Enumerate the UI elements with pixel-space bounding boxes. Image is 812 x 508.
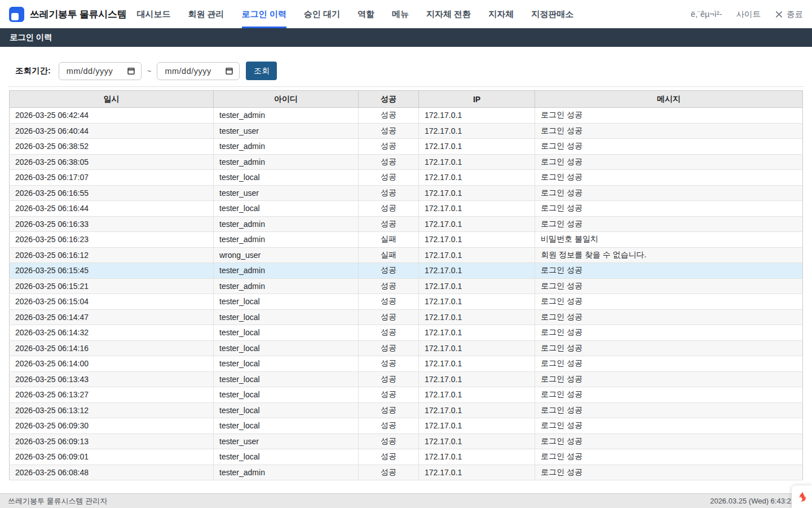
table-cell: 172.17.0.1 [419,418,535,434]
table-row[interactable]: 2026-03-25 06:13:12tester_local성공172.17.… [10,402,803,418]
table-cell: 172.17.0.1 [419,201,535,217]
footer-datetime: 2026.03.25 (Wed) 6:43:21 [710,497,795,505]
table-cell: 로그인 성공 [535,170,803,186]
table-row[interactable]: 2026-03-25 06:38:05tester_admin성공172.17.… [10,154,803,170]
table-cell: 성공 [359,108,419,124]
table-cell: tester_local [214,356,359,372]
table-cell: 172.17.0.1 [419,278,535,294]
search-button[interactable]: 조회 [246,62,277,80]
codeigniter-flame-badge[interactable] [792,485,812,508]
table-row[interactable]: 2026-03-25 06:15:45tester_admin성공172.17.… [10,263,803,279]
table-cell: 로그인 성공 [535,340,803,356]
table-cell: 성공 [359,465,419,480]
table-row[interactable]: 2026-03-25 06:16:55tester_user성공172.17.0… [10,185,803,201]
table-cell: 로그인 성공 [535,465,803,480]
calendar-icon[interactable] [127,67,135,75]
table-cell: 2026-03-25 06:09:30 [10,418,214,434]
nav-item-roles[interactable]: 역할 [358,0,374,28]
table-row[interactable]: 2026-03-25 06:14:16tester_local성공172.17.… [10,340,803,356]
nav-item-menus[interactable]: 메뉴 [392,0,409,28]
table-cell: 성공 [359,449,419,465]
table-cell: 172.17.0.1 [419,170,535,186]
table-cell: 172.17.0.1 [419,402,535,418]
table-cell: wrong_user [214,247,359,263]
page-title: 로그인 이력 [10,32,52,43]
date-to-input[interactable]: mm/dd/yyyy [157,62,240,80]
table-cell: 172.17.0.1 [419,247,535,263]
table-cell: 로그인 성공 [535,108,803,124]
table-cell: tester_user [214,123,359,139]
brand[interactable]: 쓰레기봉투 물류시스템 [9,0,126,28]
table-cell: 2026-03-25 06:16:33 [10,216,214,232]
nav-item-login-history[interactable]: 로그인 이력 [242,0,286,28]
table-cell: 172.17.0.1 [419,294,535,310]
table-cell: 2026-03-25 06:16:44 [10,201,214,217]
app-logo-icon [9,7,24,22]
nav-item-municipality-switch[interactable]: 지자체 전환 [426,0,471,28]
table-cell: 로그인 성공 [535,123,803,139]
table-cell: 성공 [359,170,419,186]
table-row[interactable]: 2026-03-25 06:09:13tester_user성공172.17.0… [10,433,803,449]
table-cell: 2026-03-25 06:14:00 [10,356,214,372]
table-row[interactable]: 2026-03-25 06:14:47tester_local성공172.17.… [10,309,803,325]
table-cell: 로그인 성공 [535,387,803,403]
nav-item-municipality[interactable]: 지자체 [488,0,514,28]
table-cell: 2026-03-25 06:15:45 [10,263,214,279]
table-row[interactable]: 2026-03-25 06:15:21tester_admin성공172.17.… [10,278,803,294]
table-cell: 실패 [359,232,419,248]
table-cell: 성공 [359,309,419,325]
column-header-userid: 아이디 [214,91,359,108]
table-cell: 2026-03-25 06:14:47 [10,309,214,325]
table-cell: 2026-03-25 06:09:01 [10,449,214,465]
table-cell: tester_user [214,185,359,201]
close-icon [775,10,783,19]
table-cell: 172.17.0.1 [419,387,535,403]
table-row[interactable]: 2026-03-25 06:16:12wrong_user실패172.17.0.… [10,247,803,263]
date-from-placeholder: mm/dd/yyyy [67,67,113,76]
table-cell: 172.17.0.1 [419,123,535,139]
date-from-input[interactable]: mm/dd/yyyy [59,62,142,80]
table-cell: 2026-03-25 06:13:27 [10,387,214,403]
table-cell: 성공 [359,139,419,155]
topnav-utilities: ë,¨êµ¬ì²- 사이트 종료 [691,0,803,28]
table-cell: tester_admin [214,232,359,248]
table-cell: 2026-03-25 06:42:44 [10,108,214,124]
table-cell: 성공 [359,356,419,372]
nav-item-dashboard[interactable]: 대시보드 [136,0,170,28]
top-navigation: 쓰레기봉투 물류시스템 대시보드 회원 관리 로그인 이력 승인 대기 역할 메… [0,0,812,28]
nav-item-designated-stores[interactable]: 지정판매소 [531,0,573,28]
table-cell: 로그인 성공 [535,325,803,341]
filter-label: 조회기간: [15,65,51,76]
table-row[interactable]: 2026-03-25 06:09:30tester_local성공172.17.… [10,418,803,434]
table-row[interactable]: 2026-03-25 06:14:00tester_local성공172.17.… [10,356,803,372]
login-history-table: 일시 아이디 성공 IP 메시지 2026-03-25 06:42:44test… [9,90,803,480]
logout-button[interactable]: 종료 [775,9,803,20]
column-header-ip: IP [419,91,535,108]
calendar-icon[interactable] [225,67,233,75]
nav-item-approval-pending[interactable]: 승인 대기 [304,0,340,28]
table-cell: 비밀번호 불일치 [535,232,803,248]
nav-item-members[interactable]: 회원 관리 [188,0,224,28]
table-row[interactable]: 2026-03-25 06:16:33tester_admin성공172.17.… [10,216,803,232]
table-row[interactable]: 2026-03-25 06:13:27tester_local성공172.17.… [10,387,803,403]
table-row[interactable]: 2026-03-25 06:08:48tester_admin성공172.17.… [10,465,803,480]
table-row[interactable]: 2026-03-25 06:16:44tester_local성공172.17.… [10,201,803,217]
table-cell: 성공 [359,263,419,279]
table-row[interactable]: 2026-03-25 06:40:44tester_user성공172.17.0… [10,123,803,139]
site-link[interactable]: 사이트 [736,9,761,20]
table-row[interactable]: 2026-03-25 06:16:23tester_admin실패172.17.… [10,232,803,248]
table-row[interactable]: 2026-03-25 06:38:52tester_admin성공172.17.… [10,139,803,155]
table-row[interactable]: 2026-03-25 06:14:32tester_local성공172.17.… [10,325,803,341]
table-cell: 로그인 성공 [535,263,803,279]
table-cell: 성공 [359,278,419,294]
table-cell: 2026-03-25 06:15:21 [10,278,214,294]
table-cell: 2026-03-25 06:09:13 [10,433,214,449]
table-row[interactable]: 2026-03-25 06:13:43tester_local성공172.17.… [10,371,803,387]
column-header-success: 성공 [359,91,419,108]
table-cell: 172.17.0.1 [419,232,535,248]
table-row[interactable]: 2026-03-25 06:09:01tester_local성공172.17.… [10,449,803,465]
table-row[interactable]: 2026-03-25 06:15:04tester_local성공172.17.… [10,294,803,310]
table-row[interactable]: 2026-03-25 06:17:07tester_local성공172.17.… [10,170,803,186]
table-row[interactable]: 2026-03-25 06:42:44tester_admin성공172.17.… [10,108,803,124]
column-header-message: 메시지 [535,91,803,108]
